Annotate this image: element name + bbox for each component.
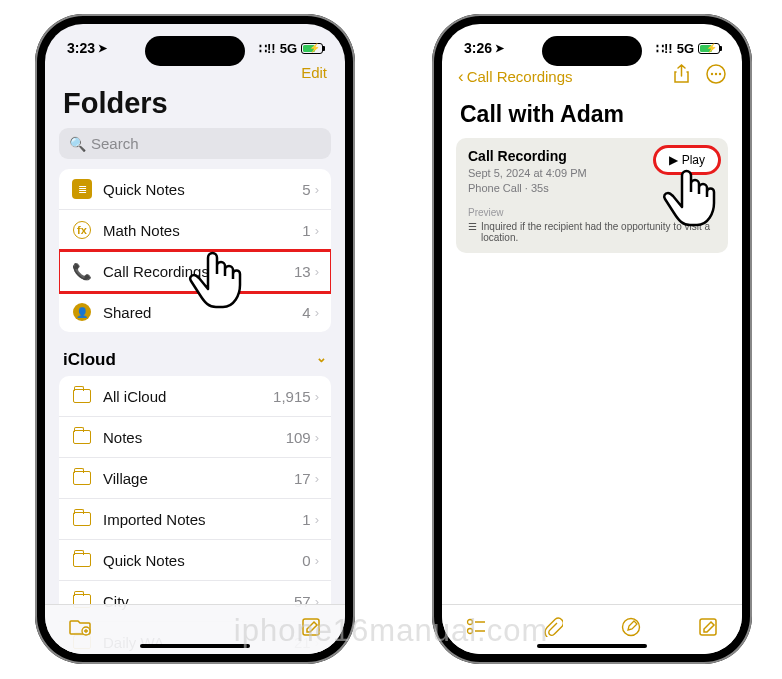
- folder-count: 1: [302, 511, 310, 528]
- folder-count: 4: [302, 304, 310, 321]
- folder-label: Quick Notes: [103, 181, 302, 198]
- play-triangle-icon: ▶: [669, 153, 678, 167]
- svg-point-6: [715, 73, 717, 75]
- svg-point-7: [719, 73, 721, 75]
- network-label: 5G: [280, 41, 297, 56]
- folder-label: Quick Notes: [103, 552, 302, 569]
- edit-button[interactable]: Edit: [301, 64, 327, 81]
- svg-point-9: [468, 629, 473, 634]
- chevron-right-icon: ›: [315, 389, 319, 404]
- folder-count: 1,915: [273, 388, 311, 405]
- location-arrow-icon: ➤: [98, 42, 107, 55]
- chevron-right-icon: ›: [315, 182, 319, 197]
- battery-icon: ⚡: [301, 43, 323, 54]
- folder-row[interactable]: Village 17 ›: [59, 458, 331, 499]
- folder-label: Shared: [103, 304, 302, 321]
- search-placeholder: Search: [91, 135, 139, 152]
- chevron-right-icon: ›: [315, 512, 319, 527]
- status-time: 3:23: [67, 40, 95, 56]
- play-label: Play: [682, 153, 705, 167]
- svg-point-8: [468, 620, 473, 625]
- back-button[interactable]: ‹ Call Recordings: [458, 67, 573, 87]
- phone-frame-left: 3:23➤ ∷!! 5G ⚡ Edit Folders 🔍 Search ≣ Q…: [35, 14, 355, 664]
- svg-point-5: [711, 73, 713, 75]
- folder-count: 13: [294, 263, 311, 280]
- chevron-down-icon[interactable]: ⌄: [316, 350, 327, 370]
- card-preview-text: Inquired if the recipient had the opport…: [481, 221, 716, 243]
- svg-rect-13: [700, 619, 716, 635]
- search-input[interactable]: 🔍 Search: [59, 128, 331, 159]
- dynamic-island: [145, 36, 245, 66]
- chevron-right-icon: ›: [315, 430, 319, 445]
- folder-icon: [73, 553, 91, 567]
- share-icon[interactable]: [673, 64, 690, 89]
- chevron-right-icon: ›: [315, 305, 319, 320]
- folder-row[interactable]: Quick Notes 0 ›: [59, 540, 331, 581]
- transcript-icon: ☰: [468, 221, 477, 243]
- recording-card: Call Recording Sept 5, 2024 at 4:09 PM P…: [456, 138, 728, 253]
- compose-icon[interactable]: [301, 617, 321, 642]
- folder-row[interactable]: Notes 109 ›: [59, 417, 331, 458]
- folder-label: All iCloud: [103, 388, 273, 405]
- home-indicator: [140, 644, 250, 648]
- screen-note-detail: 3:26➤ ∷!! 5G ⚡ ‹ Call Recordings Call wi…: [442, 24, 742, 654]
- folder-row[interactable]: Imported Notes 1 ›: [59, 499, 331, 540]
- folder-count: 109: [286, 429, 311, 446]
- attach-icon[interactable]: [543, 617, 563, 642]
- folder-label: Village: [103, 470, 294, 487]
- status-time: 3:26: [464, 40, 492, 56]
- folder-row[interactable]: ≣ Quick Notes 5 ›: [59, 169, 331, 210]
- folder-count: 5: [302, 181, 310, 198]
- back-label: Call Recordings: [467, 68, 573, 85]
- person-icon: 👤: [73, 303, 91, 321]
- folder-label: Imported Notes: [103, 511, 302, 528]
- quick-notes-icon: ≣: [72, 179, 92, 199]
- folder-label: Math Notes: [103, 222, 302, 239]
- home-indicator: [537, 644, 647, 648]
- signal-icon: ∷!!: [259, 41, 276, 56]
- new-folder-icon[interactable]: [69, 618, 91, 641]
- search-icon: 🔍: [69, 136, 86, 152]
- more-icon[interactable]: [706, 64, 726, 89]
- folder-row[interactable]: 📞 Call Recordings 13 ›: [59, 251, 331, 292]
- chevron-left-icon: ‹: [458, 67, 464, 87]
- svg-rect-3: [303, 619, 319, 635]
- folder-count: 1: [302, 222, 310, 239]
- chevron-right-icon: ›: [315, 264, 319, 279]
- section-title-icloud: iCloud: [63, 350, 116, 370]
- compose-icon[interactable]: [698, 617, 718, 642]
- folder-icon: [73, 430, 91, 444]
- phone-frame-right: 3:26➤ ∷!! 5G ⚡ ‹ Call Recordings Call wi…: [432, 14, 752, 664]
- chevron-right-icon: ›: [315, 471, 319, 486]
- note-title: Call with Adam: [442, 95, 742, 138]
- folder-row[interactable]: All iCloud 1,915 ›: [59, 376, 331, 417]
- folder-icon: [73, 389, 91, 403]
- location-arrow-icon: ➤: [495, 42, 504, 55]
- svg-point-12: [622, 619, 639, 636]
- play-button[interactable]: ▶ Play: [656, 148, 718, 172]
- folder-icon: [73, 512, 91, 526]
- folder-count: 17: [294, 470, 311, 487]
- screen-folders: 3:23➤ ∷!! 5G ⚡ Edit Folders 🔍 Search ≣ Q…: [45, 24, 345, 654]
- page-title: Folders: [45, 87, 345, 128]
- folder-row[interactable]: fx Math Notes 1 ›: [59, 210, 331, 251]
- network-label: 5G: [677, 41, 694, 56]
- folder-row[interactable]: 👤 Shared 4 ›: [59, 292, 331, 332]
- checklist-icon[interactable]: [466, 617, 486, 642]
- chevron-right-icon: ›: [315, 223, 319, 238]
- folder-label: Call Recordings: [103, 263, 294, 280]
- folder-group-top: ≣ Quick Notes 5 › fx Math Notes 1 › 📞 Ca…: [59, 169, 331, 332]
- phone-icon: 📞: [72, 262, 92, 281]
- dynamic-island: [542, 36, 642, 66]
- card-preview-label: Preview: [468, 207, 716, 218]
- draw-icon[interactable]: [621, 617, 641, 642]
- folder-label: Notes: [103, 429, 286, 446]
- chevron-right-icon: ›: [315, 553, 319, 568]
- folder-icon: [73, 471, 91, 485]
- math-icon: fx: [73, 221, 91, 239]
- battery-icon: ⚡: [698, 43, 720, 54]
- signal-icon: ∷!!: [656, 41, 673, 56]
- folder-count: 0: [302, 552, 310, 569]
- card-meta: Phone Call · 35s: [468, 181, 716, 196]
